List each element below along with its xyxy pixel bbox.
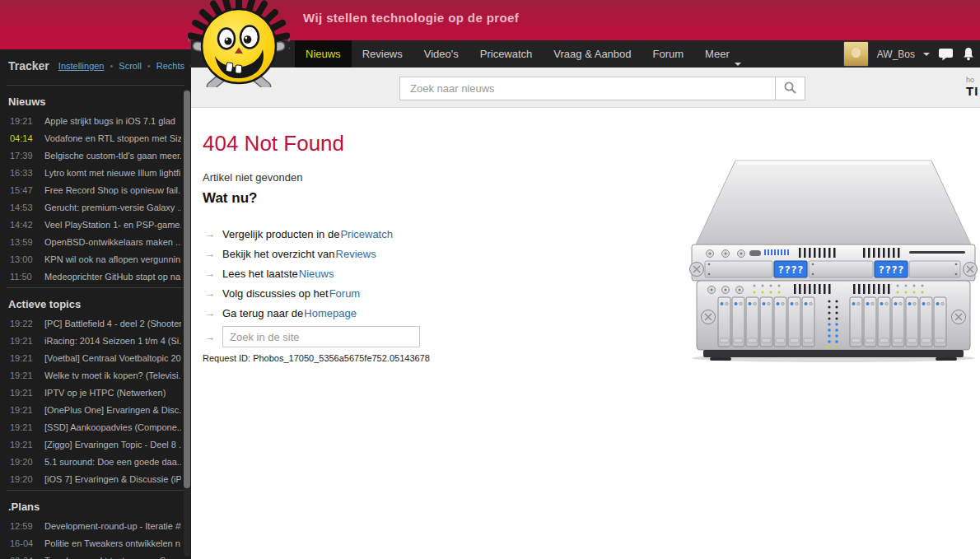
sidebar-section-nieuws: Nieuws 19:21 Apple strijkt bugs in iOS 7… — [0, 88, 191, 285]
tracker-header: Tracker Instellingen • Scroll • Rechts — [0, 49, 191, 82]
suggestion-row: → Bekijk het overzicht van Reviews — [204, 244, 420, 263]
sidebar-link-rechts[interactable]: Rechts — [156, 61, 184, 71]
bullet-separator: • — [110, 61, 113, 71]
item-title: [SSD] Aankoopadvies (Compone... — [44, 422, 181, 432]
list-item[interactable]: 19:21 Welke tv moet ik kopen? (Televisi.… — [0, 366, 191, 384]
chevron-down-icon[interactable] — [923, 53, 930, 59]
item-time: 04:14 — [10, 133, 36, 143]
item-title: Apple strijkt bugs in iOS 7.1 glad — [44, 116, 175, 126]
section-heading: Nieuws — [0, 88, 191, 112]
list-item[interactable]: 13:59 OpenBSD-ontwikkelaars maken ... — [0, 233, 191, 250]
list-item[interactable]: 03-04 Tweakers zoekt testers voor Son... — [0, 552, 191, 559]
item-title: IPTV op je HTPC (Netwerken) — [44, 388, 166, 398]
sidebar-section-plans: .Plans 12:59 Development-round-up - Iter… — [0, 493, 191, 559]
item-title: Medeoprichter GitHub stapt op na... — [44, 272, 181, 282]
list-item[interactable]: 19:21 iRacing: 2014 Seizoen 1 t/m 4 (Si.… — [0, 332, 191, 349]
list-item[interactable]: 19:21 [Ziggo] Ervaringen Topic - Deel 8 … — [0, 436, 191, 453]
item-title: [Voetbal] Centraal Voetbaltopic 20... — [44, 353, 181, 363]
suggestion-row: → Volg discussies op het Forum — [204, 283, 420, 303]
suggestion-link[interactable]: Nieuws — [299, 268, 334, 280]
list-item[interactable]: 19:22 [PC] Battlefield 4 - deel 2 (Shoot… — [0, 314, 191, 332]
list-item[interactable]: 19:21 Apple strijkt bugs in iOS 7.1 glad — [0, 112, 191, 129]
site-search-row: → — [204, 325, 420, 348]
arrow-right-icon: → — [204, 268, 215, 280]
site-tagline: Wij stellen technologie op de proef — [303, 11, 519, 25]
search-button[interactable] — [775, 77, 805, 100]
suggestion-link[interactable]: Homepage — [304, 307, 357, 319]
item-time: 13:59 — [10, 237, 36, 247]
arrow-right-icon: → — [204, 307, 215, 319]
nav-tab[interactable]: Reviews — [352, 40, 413, 68]
item-title: Gerucht: premium-versie Galaxy ... — [44, 203, 181, 212]
list-item[interactable]: 14:42 Veel PlayStation 1- en PSP-game... — [0, 216, 191, 233]
nav-tab-label: Pricewatch — [480, 48, 533, 60]
user-area: AW_Bos — [843, 40, 975, 68]
topics-list: 19:22 [PC] Battlefield 4 - deel 2 (Shoot… — [0, 314, 191, 487]
bullet-separator: • — [147, 61, 151, 71]
section-heading: Actieve topics — [0, 291, 191, 314]
list-item[interactable]: 12:59 Development-round-up - Iteratie #5… — [0, 517, 191, 534]
list-item[interactable]: 15:47 Free Record Shop is opnieuw fail..… — [0, 181, 191, 198]
section-heading: .Plans — [0, 493, 191, 517]
search-box — [399, 77, 805, 100]
item-time: 19:20 — [10, 457, 36, 467]
item-time: 19:21 — [10, 388, 36, 398]
list-item[interactable]: 13:00 KPN wil ook na aflopen vergunnin..… — [0, 250, 191, 268]
list-item[interactable]: 19:21 [SSD] Aankoopadvies (Compone... — [0, 418, 191, 436]
suggestion-link[interactable]: Forum — [329, 287, 361, 300]
item-time: 15:47 — [10, 185, 36, 195]
list-item[interactable]: 19:21 [Voetbal] Centraal Voetbaltopic 20… — [0, 349, 191, 366]
server-image: ???? ???? — [688, 156, 978, 363]
item-title: Free Record Shop is opnieuw fail... — [44, 185, 181, 195]
nav-tab[interactable]: Forum — [642, 40, 695, 68]
page-title: 404 Not Found — [203, 131, 344, 156]
notifications-icon[interactable] — [962, 47, 975, 62]
nav-tab[interactable]: Nieuws — [295, 40, 352, 68]
item-title: KPN wil ook na aflopen vergunnin... — [44, 254, 181, 264]
avatar[interactable] — [843, 41, 869, 67]
corner-text-small: ho — [966, 76, 978, 84]
messages-icon[interactable] — [938, 48, 954, 61]
item-title: Lytro komt met nieuwe Illum lightfi... — [44, 168, 181, 178]
nav-tab[interactable]: Pricewatch — [469, 40, 544, 68]
clipped-right-content: ho TI — [966, 76, 978, 99]
item-time: 03-04 — [10, 556, 36, 559]
suggestion-row: → Ga terug naar de Homepage — [204, 303, 420, 323]
nav-tab-label: Video's — [424, 48, 459, 60]
list-item[interactable]: 16-04 Politie en Tweakers ontwikkelen n.… — [0, 534, 191, 552]
corner-text-bold: TI — [966, 84, 978, 98]
list-item[interactable]: 16:33 Lytro komt met nieuwe Illum lightf… — [0, 164, 191, 181]
suggestion-text: Vergelijk producten in de — [222, 228, 339, 240]
item-time: 19:21 — [10, 405, 36, 415]
item-title: 5.1 suround: Doe een goede daa... — [44, 457, 181, 467]
sidebar-link-scroll[interactable]: Scroll — [119, 61, 142, 71]
item-time: 19:21 — [10, 370, 36, 380]
sidebar-scrollbar-thumb[interactable] — [184, 91, 190, 488]
list-item[interactable]: 19:21 IPTV op je HTPC (Netwerken) — [0, 384, 191, 401]
item-title: Veel PlayStation 1- en PSP-game... — [44, 220, 181, 230]
list-item[interactable]: 19:21 [OnePlus One] Ervaringen & Disc... — [0, 401, 191, 418]
list-item[interactable]: 19:20 [iOS 7] Ervaringen & Discussie (iP… — [0, 470, 191, 487]
suggestion-link[interactable]: Reviews — [336, 248, 376, 260]
nav-tab[interactable]: Video's — [413, 40, 469, 68]
sidebar-link-instellingen[interactable]: Instellingen — [58, 61, 105, 71]
list-item[interactable]: 14:53 Gerucht: premium-versie Galaxy ... — [0, 198, 191, 216]
list-item[interactable]: 11:50 Medeoprichter GitHub stapt op na..… — [0, 268, 191, 285]
site-search-input[interactable] — [222, 326, 420, 347]
list-item[interactable]: 19:20 5.1 suround: Doe een goede daa... — [0, 453, 191, 470]
arrow-right-icon: → — [204, 287, 215, 300]
search-input[interactable] — [400, 77, 775, 100]
suggestion-text: Volg discussies op het — [222, 287, 329, 300]
suggestion-link[interactable]: Pricewatch — [340, 228, 393, 240]
item-time: 19:20 — [10, 474, 36, 484]
item-title: Welke tv moet ik kopen? (Televisi... — [44, 370, 181, 380]
item-title: iRacing: 2014 Seizoen 1 t/m 4 (Si... — [44, 336, 181, 346]
nav-tab[interactable]: Vraag & Aanbod — [543, 40, 642, 68]
item-time: 16-04 — [10, 538, 36, 548]
nav-tab[interactable]: Meer — [694, 40, 752, 68]
list-item[interactable]: 04:14 Vodafone en RTL stoppen met Sizz — [0, 129, 191, 147]
nav-tab-label: Vraag & Aanbod — [553, 48, 631, 60]
username[interactable]: AW_Bos — [877, 49, 915, 60]
nav-tab-label: Meer — [705, 48, 730, 60]
list-item[interactable]: 17:39 Belgische custom-tld's gaan meer..… — [0, 147, 191, 164]
